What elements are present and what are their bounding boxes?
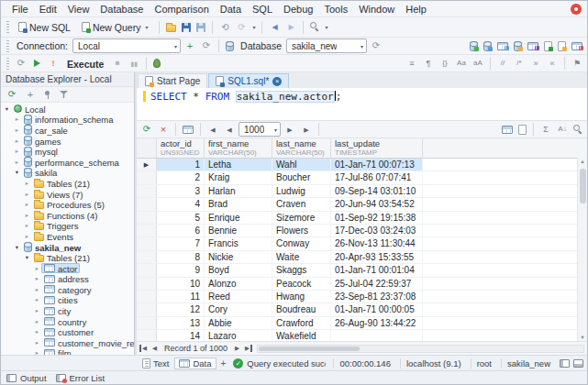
stop-button[interactable]: ■ — [110, 56, 125, 71]
tree-item-car-sale[interactable]: ▸car_sale — [1, 125, 134, 136]
pause-button[interactable]: ▮▮ — [127, 56, 141, 71]
cell-first-name[interactable]: Bennie — [205, 225, 272, 236]
menu-comparison[interactable]: Comparison — [149, 3, 214, 16]
cell-last-name[interactable]: Sizemore — [272, 212, 331, 224]
backup-database-button[interactable] — [512, 40, 524, 52]
row-marker[interactable] — [137, 278, 157, 290]
schema-compare-button[interactable] — [482, 40, 494, 52]
cell-last-update[interactable]: 09-Sep-14 03:01:10 — [331, 185, 423, 197]
tree-item-functions-4[interactable]: ▸Functions (4) — [1, 210, 134, 221]
table-row[interactable]: ▶1LethaWahl01-Jan-71 00:07:13 — [137, 159, 577, 171]
prev-record-button[interactable]: ◀ — [150, 345, 159, 352]
last-record-button[interactable]: ▶ — [243, 345, 252, 352]
comment-button[interactable]: // — [495, 56, 510, 71]
open-in-editor-button[interactable] — [181, 125, 195, 135]
expander-icon[interactable]: ▾ — [3, 105, 11, 113]
cell-first-name[interactable]: Letha — [205, 159, 272, 170]
database-select[interactable]: sakila_new▾ — [286, 38, 367, 53]
tree-item-customer[interactable]: ▸customer — [1, 326, 134, 337]
cell-last-name[interactable]: Skaggs — [272, 264, 331, 276]
new-object-button[interactable]: + — [23, 87, 38, 102]
row-marker[interactable] — [137, 237, 157, 249]
cell-last-name[interactable]: Craven — [272, 198, 331, 210]
cell-last-update[interactable]: 01-Sep-92 19:15:38 — [331, 212, 423, 224]
cell-first-name[interactable]: Boyd — [205, 264, 272, 276]
table-row[interactable]: 6BennieFlowers17-Dec-03 03:24:03 — [137, 225, 577, 237]
first-page-button[interactable]: ◀ — [205, 122, 220, 137]
cell-last-update[interactable]: 20-Jun-94 03:54:52 — [331, 198, 423, 210]
add-result-tab-button[interactable]: + — [217, 358, 230, 368]
filter-button[interactable] — [58, 90, 70, 99]
row-marker[interactable] — [137, 198, 157, 210]
cell-last-update[interactable]: 20-Apr-93 15:33:55 — [331, 251, 423, 263]
horizontal-scrollbar[interactable] — [257, 345, 584, 353]
search-grid-button[interactable] — [571, 124, 584, 136]
cell-last-name[interactable]: Wahl — [272, 159, 331, 170]
cell-first-name[interactable]: Cory — [205, 303, 272, 315]
cell-last-update[interactable]: 17-Jul-86 07:07:41 — [331, 171, 423, 183]
tree-item-tables-21[interactable]: ▾Tables (21) — [1, 252, 134, 263]
dropdown-caret-icon[interactable]: ▾ — [250, 24, 257, 30]
table-designer-button[interactable] — [570, 41, 584, 51]
cell-last-name[interactable]: Crawford — [272, 317, 331, 329]
menu-sql[interactable]: SQL — [247, 3, 278, 16]
cell-last-name[interactable]: Flowers — [272, 225, 331, 236]
cell-last-update[interactable]: 01-Jan-71 00:01:04 — [331, 264, 423, 276]
block-comment-button[interactable]: /* — [512, 56, 527, 71]
scroll-up-icon[interactable]: ▲ — [580, 159, 584, 164]
notification-icon[interactable] — [571, 4, 582, 15]
tree-item-film[interactable]: ▸film — [1, 348, 134, 355]
cell-actor-id[interactable]: 14 — [157, 330, 205, 341]
error-list-panel-button[interactable]: Error List — [56, 373, 105, 383]
cell-last-name[interactable]: Hwang — [272, 291, 331, 302]
aggregates-button[interactable]: Σ — [538, 122, 553, 137]
expander-icon[interactable]: ▸ — [33, 328, 41, 336]
table-row[interactable]: 10AlonzoPeacock25-Jul-04 22:59:37 — [137, 278, 577, 291]
refresh-connection-button[interactable]: ⟳ — [199, 38, 214, 53]
cell-actor-id[interactable]: 11 — [157, 291, 205, 302]
data-compare-button[interactable] — [495, 41, 510, 51]
expander-icon[interactable]: ▸ — [23, 212, 31, 219]
cell-last-update[interactable]: 26-Aug-90 13:44:22 — [331, 317, 423, 329]
expander-icon[interactable]: ▸ — [33, 296, 41, 303]
row-marker[interactable] — [137, 303, 157, 315]
find-button[interactable] — [308, 21, 321, 33]
output-window-icon[interactable] — [560, 359, 570, 368]
navigate-back-button[interactable]: ◀ — [267, 20, 282, 35]
tree-item-sakila-new[interactable]: ▾sakila_new — [1, 242, 134, 253]
uppercase-button[interactable]: Aa — [454, 56, 469, 71]
cell-last-name[interactable]: Boucher — [272, 171, 331, 183]
tree-item-local[interactable]: ▾Local — [1, 104, 134, 115]
cell-first-name[interactable]: Lazaro — [205, 330, 272, 341]
cancel-refresh-button[interactable]: × — [156, 122, 171, 137]
cell-actor-id[interactable]: 2 — [157, 171, 205, 183]
row-marker[interactable] — [137, 185, 157, 197]
table-row[interactable]: 12CoryBoudreau01-Jan-71 00:00:05 — [137, 303, 577, 316]
row-marker[interactable] — [137, 264, 157, 276]
expander-icon[interactable]: ▸ — [23, 180, 31, 187]
outdent-button[interactable]: « — [545, 56, 560, 71]
sql-editor[interactable]: SELECT * FROM sakila_new.actor; — [137, 88, 587, 121]
horizontal-scrollbar-thumb[interactable] — [259, 346, 360, 351]
row-marker[interactable] — [137, 212, 157, 224]
table-row[interactable]: 5EnriqueSizemore01-Sep-92 19:15:38 — [137, 212, 577, 225]
tree-item-triggers[interactable]: ▸Triggers — [1, 221, 134, 232]
row-marker[interactable] — [137, 251, 157, 263]
next-page-button[interactable]: ▶ — [283, 122, 297, 137]
tree-item-customer-movie-ren[interactable]: ▸customer_movie_ren — [1, 337, 134, 348]
refresh-explorer-button[interactable]: ⟳ — [5, 87, 19, 102]
result-tab-data[interactable]: Data — [174, 358, 216, 369]
tree-item-city[interactable]: ▸city — [1, 305, 134, 316]
scroll-down-icon[interactable]: ▼ — [580, 335, 584, 340]
expander-icon[interactable]: ▸ — [33, 339, 41, 346]
cell-actor-id[interactable]: 8 — [157, 251, 205, 263]
column-header-first-name[interactable]: first_nameVARCHAR(50) — [205, 138, 272, 158]
cell-last-update[interactable]: 25-Jul-04 22:59:37 — [331, 278, 423, 290]
vertical-scrollbar-thumb[interactable] — [580, 169, 586, 204]
menu-tools[interactable]: Tools — [318, 3, 353, 16]
data-export-button[interactable] — [542, 40, 554, 52]
menu-database[interactable]: Database — [94, 3, 149, 16]
cell-first-name[interactable]: Alonzo — [205, 278, 272, 290]
cell-first-name[interactable]: Harlan — [205, 185, 272, 197]
table-row[interactable]: 13AbbieCrawford26-Aug-90 13:44:22 — [137, 317, 577, 330]
